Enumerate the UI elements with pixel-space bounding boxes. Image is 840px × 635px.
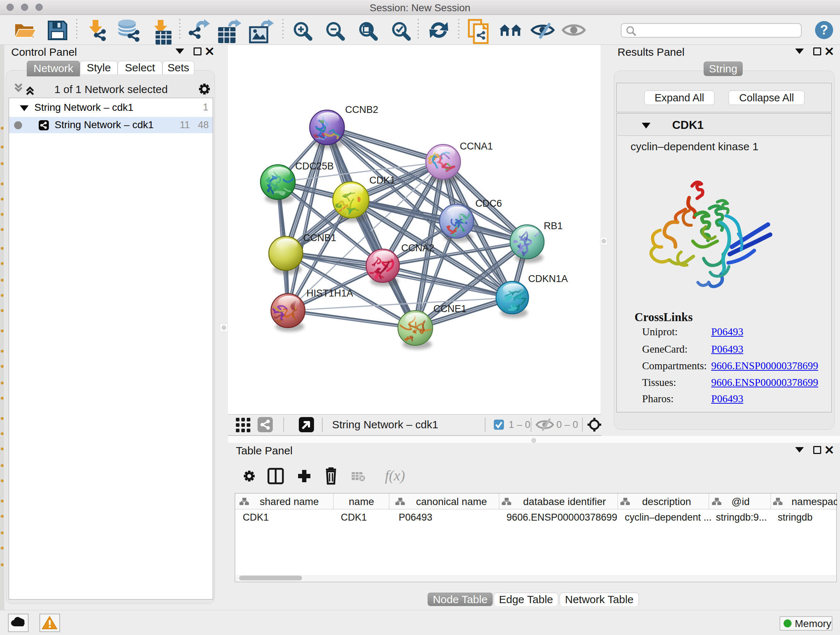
svg-text:namespac: namespac [791, 496, 837, 507]
svg-text:CDC25B: CDC25B [295, 161, 334, 172]
svg-text:1 – 0: 1 – 0 [508, 419, 531, 430]
svg-text:?: ? [820, 22, 828, 37]
svg-text:CDK1: CDK1 [369, 175, 395, 186]
svg-text:shared name: shared name [260, 496, 319, 507]
svg-text:description: description [642, 496, 691, 507]
svg-text:CCNB1: CCNB1 [303, 233, 336, 243]
svg-text:database identifier: database identifier [523, 496, 606, 507]
svg-text:CDC6: CDC6 [475, 198, 502, 209]
svg-text:CCNB2: CCNB2 [345, 104, 378, 115]
svg-text:name: name [349, 496, 374, 507]
svg-text:CDKN1A: CDKN1A [528, 273, 568, 284]
svg-text:CCNA1: CCNA1 [460, 141, 493, 152]
svg-text:HIST1H1A: HIST1H1A [306, 288, 353, 299]
svg-text:canonical name: canonical name [416, 496, 487, 507]
svg-text:0 – 0: 0 – 0 [556, 419, 578, 430]
svg-text:CCNE1: CCNE1 [433, 303, 467, 314]
svg-text:String Network – cdk1: String Network – cdk1 [332, 418, 438, 431]
svg-text:RB1: RB1 [544, 220, 563, 231]
svg-text:CCNA2: CCNA2 [401, 242, 434, 253]
svg-text:f(x): f(x) [385, 467, 405, 484]
svg-text:@id: @id [731, 496, 750, 507]
